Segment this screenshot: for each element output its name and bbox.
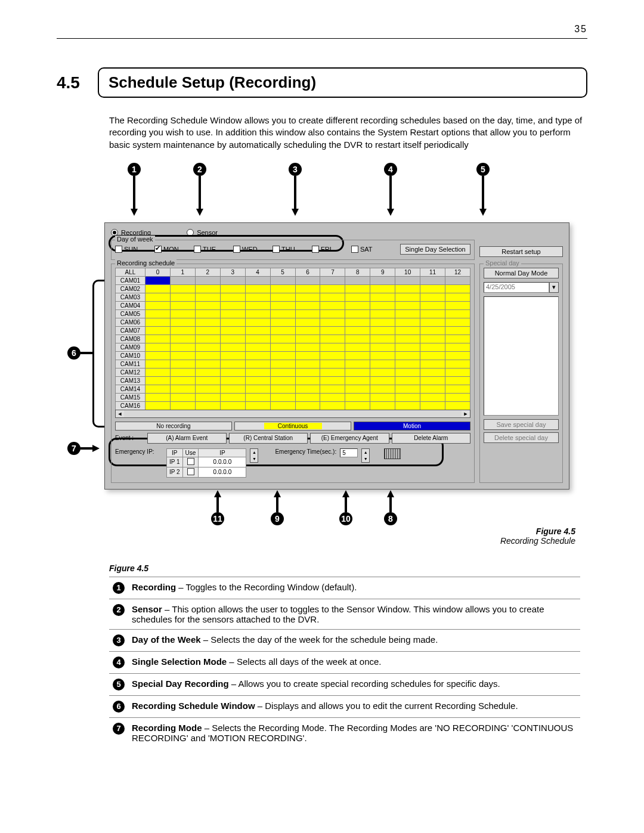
continuous-mode[interactable]: Continuous xyxy=(234,422,351,431)
restart-setup-button[interactable]: Restart setup xyxy=(479,246,563,257)
save-special-day-button[interactable]: Save special day xyxy=(484,419,559,430)
legend-number: 4 xyxy=(113,657,125,668)
legend-text: Sensor – This option allows the user to … xyxy=(128,599,580,629)
emergency-ip-label: Emergency IP: xyxy=(115,448,163,455)
legend-number: 1 xyxy=(113,582,125,594)
legend-text: Recording Mode – Selects the Recording M… xyxy=(128,717,580,748)
alarm-event-button[interactable]: (A) Alarm Event xyxy=(147,433,227,444)
callout-8: 8 xyxy=(384,512,397,525)
normal-day-mode-button[interactable]: Normal Day Mode xyxy=(484,268,559,278)
section-number: 4.5 xyxy=(57,73,80,92)
central-station-button[interactable]: (R) Central Station xyxy=(229,433,308,444)
special-day-label: Special day xyxy=(484,259,521,267)
time-spinner[interactable]: ▲▼ xyxy=(361,448,370,463)
table-row[interactable]: CAM02 xyxy=(116,284,470,293)
delete-special-day-button[interactable]: Delete special day xyxy=(484,432,559,443)
legend-text: Recording – Toggles to the Recording Win… xyxy=(128,577,580,599)
legend-number: 5 xyxy=(113,679,125,690)
section-header: 4.5 Schedule Setup (Recording) xyxy=(57,67,587,98)
recording-schedule-window: Recording Sensor Day of week SUN MON TUE… xyxy=(104,222,569,490)
table-row[interactable]: CAM16 xyxy=(116,401,470,410)
single-day-selection-button[interactable]: Single Day Selection xyxy=(400,244,470,255)
scroll-left-icon[interactable]: ◄ xyxy=(116,410,124,417)
legend-table: 1Recording – Toggles to the Recording Wi… xyxy=(109,577,580,748)
date-dropdown-icon[interactable]: ▾ xyxy=(549,282,559,293)
legend-number: 3 xyxy=(113,634,125,646)
legend-number: 7 xyxy=(113,723,125,735)
table-row[interactable]: CAM11 xyxy=(116,360,470,368)
callout-2: 2 xyxy=(193,163,206,176)
callout-9: 9 xyxy=(271,512,284,525)
horizontal-scrollbar[interactable]: ◄ ► xyxy=(115,410,470,418)
day-sat[interactable]: SAT xyxy=(351,246,387,253)
day-sun[interactable]: SUN xyxy=(115,246,151,253)
legend-text: Single Selection Mode – Selects all days… xyxy=(128,651,580,673)
no-recording-mode[interactable]: No recording xyxy=(115,422,232,431)
page-number: 35 xyxy=(57,24,587,39)
day-wed[interactable]: WED xyxy=(233,246,269,253)
legend-text: Day of the Week – Selects the day of the… xyxy=(128,629,580,651)
callout-3: 3 xyxy=(289,163,302,176)
table-row[interactable]: CAM09 xyxy=(116,343,470,351)
legend-text: Special Day Recording – Allows you to cr… xyxy=(128,673,580,695)
emergency-time-input[interactable]: 5 xyxy=(340,448,358,457)
table-row[interactable]: CAM14 xyxy=(116,385,470,393)
ip1-use-checkbox[interactable] xyxy=(187,458,194,465)
day-thu[interactable]: THU xyxy=(273,246,308,253)
table-row[interactable]: CAM06 xyxy=(116,318,470,326)
callout-10: 10 xyxy=(339,512,352,525)
emergency-ip-table[interactable]: IPUseIP IP 10.0.0.0 IP 20.0.0.0 xyxy=(166,448,246,478)
callout-5: 5 xyxy=(476,163,490,176)
callout-6-bracket xyxy=(92,280,104,428)
table-row[interactable]: CAM12 xyxy=(116,368,470,376)
recording-schedule-label: Recording schedule xyxy=(115,259,177,267)
special-date-field[interactable]: 4/25/2005 xyxy=(484,282,549,293)
table-row[interactable]: CAM13 xyxy=(116,376,470,385)
legend-number: 2 xyxy=(113,604,125,616)
table-row[interactable]: CAM05 xyxy=(116,309,470,318)
legend-text: Recording Schedule Window – Displays and… xyxy=(128,695,580,717)
day-of-week-label: Day of week xyxy=(115,236,155,243)
schedule-grid[interactable]: ALL 0123456789101112 CAM01CAM02CAM03CAM0… xyxy=(115,268,470,410)
special-day-list[interactable] xyxy=(484,296,559,416)
emergency-agent-button[interactable]: (E) Emergency Agent xyxy=(310,433,389,444)
intro-paragraph: The Recording Schedule Window allows you… xyxy=(109,114,587,151)
sensor-radio[interactable]: Sensor xyxy=(187,229,218,236)
day-mon[interactable]: MON xyxy=(154,246,190,253)
delete-alarm-button[interactable]: Delete Alarm xyxy=(392,433,471,444)
ip2-use-checkbox[interactable] xyxy=(187,468,194,475)
ip-spinner[interactable]: ▲▼ xyxy=(250,448,258,463)
table-row[interactable]: CAM07 xyxy=(116,326,470,335)
table-row[interactable]: CAM01 xyxy=(116,276,470,284)
callout-7: 7 xyxy=(67,442,100,455)
table-row[interactable]: CAM03 xyxy=(116,293,470,301)
emergency-time-label: Emergency Time(sec.): xyxy=(275,448,336,455)
radio-icon xyxy=(187,229,194,236)
table-row[interactable]: CAM08 xyxy=(116,335,470,343)
callout-1: 1 xyxy=(128,163,141,176)
table-row[interactable]: CAM04 xyxy=(116,301,470,309)
day-tue[interactable]: TUE xyxy=(194,246,230,253)
callout-6: 6 xyxy=(67,346,92,360)
callout-11: 11 xyxy=(211,512,224,525)
event-label: Event : xyxy=(115,435,145,441)
legend-number: 6 xyxy=(113,701,125,713)
table-row[interactable]: CAM10 xyxy=(116,351,470,360)
section-title: Schedule Setup (Recording) xyxy=(98,67,587,98)
col-all[interactable]: ALL xyxy=(116,268,145,276)
scroll-right-icon[interactable]: ► xyxy=(462,410,470,417)
motion-mode[interactable]: Motion xyxy=(354,422,470,431)
keyboard-icon[interactable] xyxy=(384,448,401,459)
callout-4: 4 xyxy=(384,163,397,176)
figure-caption: Figure 4.5 Recording Schedule xyxy=(75,527,575,546)
table-row[interactable]: CAM15 xyxy=(116,393,470,401)
figure-label: Figure 4.5 xyxy=(109,563,587,573)
day-fri[interactable]: FRI xyxy=(312,246,348,253)
